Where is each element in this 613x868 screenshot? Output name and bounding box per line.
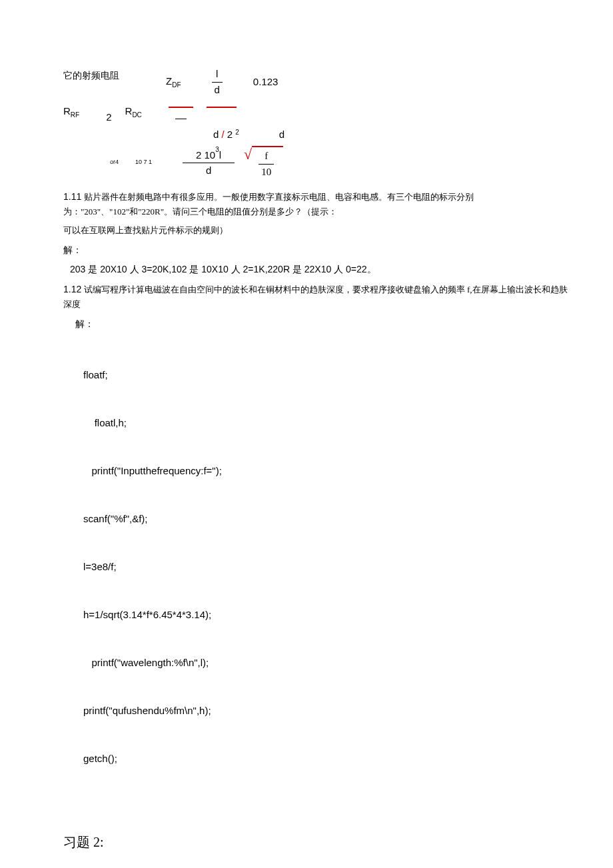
- problem-1-11-text: 贴片器件在射频电路中有很多应用。一般使用数字直接标示电阻、电容和电感。有三个电阻…: [63, 192, 474, 217]
- formula-block-top: 它的射频电阻 ZDF l d 0.123 RRF 2 RDC: [63, 67, 570, 179]
- section-2-title: 习题 2:: [63, 832, 570, 852]
- fraction-2x10-d: 2 103l d: [183, 147, 235, 179]
- problem-1-12-text: 试编写程序计算电磁波在自由空间中的波长和在铜材料中的趋肤深度，要求程序接收键盘输…: [63, 284, 568, 309]
- code-line: getch();: [83, 751, 570, 767]
- code-line: printf("wavelength:%f\n",l);: [83, 655, 570, 671]
- problem-1-11-text2: 可以在互联网上查找贴片元件标示的规则）: [63, 224, 570, 238]
- code-line: scanf("%f",&f);: [83, 511, 570, 527]
- solution-111: 203 是 20X10 人 3=20K,102 是 10X10 人 2=1K,2…: [70, 262, 570, 276]
- fraction-l-d: l d: [212, 67, 223, 97]
- code-block: floatf; floatl,h; printf("Inputthefreque…: [83, 335, 570, 799]
- rrf-symbol: RRF: [63, 104, 79, 120]
- formula-row-1: 它的射频电阻 ZDF l d 0.123: [63, 67, 570, 97]
- value-0123: 0.123: [253, 75, 279, 90]
- or4: or4: [110, 158, 119, 167]
- code-line: h=1/sqrt(3.14*f*6.45*4*3.14);: [83, 607, 570, 623]
- d-right: d: [279, 127, 285, 143]
- rdc-symbol: RDC: [125, 104, 142, 120]
- code-line: printf("qufushendu%fm\n",h);: [83, 703, 570, 719]
- problem-number-112: 1.12: [63, 284, 81, 294]
- code-line: l=3e8/f;: [83, 559, 570, 575]
- problem-2-1: 1 .射频滤波电路的相对带宽为 RBW=5%如果使用倍数法进行表示，则相对带宽 …: [97, 865, 570, 868]
- exponent-2: 2: [235, 127, 239, 137]
- tiny-text: 10 7 1: [135, 158, 152, 167]
- solution-label-111: 解：: [63, 243, 570, 257]
- formula-row-2: RRF 2 RDC: [63, 101, 570, 123]
- problem-number: 1.11: [63, 191, 81, 202]
- code-line: printf("Inputthefrequency:f=");: [83, 463, 570, 479]
- zdf-symbol: ZDF: [166, 74, 181, 90]
- red-overline-1: [169, 107, 193, 123]
- problem-1-12: 1.12 试编写程序计算电磁波在自由空间中的波长和在铜材料中的趋肤深度，要求程序…: [63, 282, 570, 312]
- code-line: floatf;: [83, 367, 570, 383]
- solution-label-112: 解：: [75, 317, 570, 331]
- code-line: floatl,h;: [83, 415, 570, 431]
- formula-row-3: d / 2 2 d: [213, 127, 570, 143]
- two: 2: [106, 110, 111, 125]
- d-over-2: d / 2: [213, 127, 233, 143]
- rf-resistance-label: 它的射频电阻: [63, 67, 119, 83]
- document-page: 它的射频电阻 ZDF l d 0.123 RRF 2 RDC: [0, 0, 613, 868]
- problem-1-11: 1.11 贴片器件在射频电路中有很多应用。一般使用数字直接标示电阻、电容和电感。…: [63, 189, 570, 220]
- sqrt-f-10: √ f 10: [244, 146, 283, 179]
- formula-row-4: or4 10 7 1 2 103l d √ f 10: [63, 146, 570, 179]
- red-overline-2: [207, 107, 237, 123]
